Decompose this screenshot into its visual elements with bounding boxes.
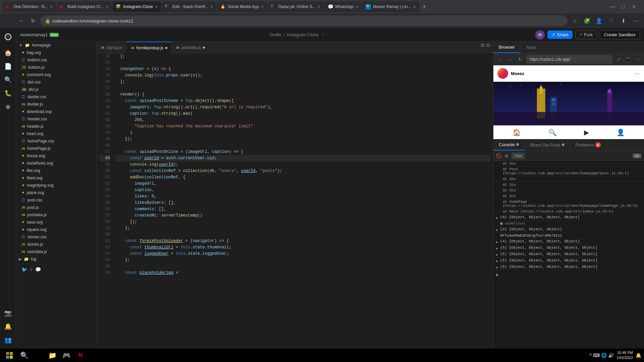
tab-stack-overflow[interactable]: S Edit - Stack Overfl... × — [162, 1, 216, 12]
clear-console-icon[interactable]: 🚫 — [496, 153, 502, 159]
fork-button[interactable]: ⑂ Fork — [575, 30, 597, 39]
file-item-bottom-css[interactable]: 🗒 bottom.css — [16, 56, 96, 64]
file-item-header-css[interactable]: 🗒 header.css — [16, 115, 96, 123]
file-item-post-css[interactable]: 🗒 post.css — [16, 196, 96, 204]
tab-postdata-js[interactable]: JS postdata.js — [172, 42, 209, 53]
sidebar-icon-debug[interactable]: 🐛 — [2, 87, 14, 99]
file-item-divi-css[interactable]: 🗒 divi.css — [16, 78, 96, 86]
console-filter-input[interactable]: Filter — [512, 153, 525, 159]
file-item-divider-css[interactable]: 🗒 divider.css — [16, 93, 96, 101]
csb-logo[interactable] — [2, 31, 14, 43]
file-item-magnifying-svg[interactable]: ✦ magnifying.svg — [16, 182, 96, 189]
taskbar-volume-icon[interactable]: 🔊 — [608, 353, 614, 358]
file-item-postdata-js[interactable]: JS postdata.js — [16, 211, 96, 219]
twitter-icon[interactable]: 🐦 — [21, 267, 27, 272]
tab-signup-js[interactable]: JS signup.js — [97, 42, 126, 53]
preview-reload-button[interactable]: ↻ — [516, 55, 524, 63]
preview-forward-button[interactable]: → — [506, 55, 514, 63]
tab-daraz[interactable]: D Daraz.pk: Online S... × — [268, 1, 324, 12]
editor-content[interactable]: 32333435 36373839 40414243 44454647 48 4… — [97, 53, 493, 355]
extension-icon[interactable]: 🧩 — [582, 16, 592, 25]
sidebar-icon-notification[interactable]: 🔔 — [2, 320, 14, 333]
taskbar-network-icon[interactable]: 🌐 — [601, 353, 607, 358]
sidebar-icon-file[interactable]: 📄 — [2, 60, 14, 72]
console-line-expandable-2[interactable]: ▶ (3) [Object, Object, Object] — [493, 227, 644, 233]
close-window-button[interactable]: ✕ — [629, 2, 639, 11]
file-item-bag-svg[interactable]: ✦ bag.svg — [16, 49, 96, 56]
console-line-expandable-5[interactable]: ▶ (5) [Object, Object, Object, Object, O… — [493, 251, 644, 258]
new-tab-button[interactable]: + — [420, 2, 429, 12]
ig-profile-icon[interactable]: 👤 — [616, 128, 625, 136]
split-editor-icon[interactable]: ⊞ — [481, 42, 485, 48]
tab-close-2[interactable]: × — [106, 4, 108, 9]
taskbar-search[interactable]: 🔍 — [18, 349, 30, 361]
file-item-house-svg[interactable]: ✦ house.svg — [16, 152, 96, 160]
tab-formikpostup-js[interactable]: JS formikpostup.js — [126, 42, 172, 53]
console-line-expandable-7[interactable]: ▶ (5) [Object, Object, Object, Object, O… — [493, 264, 644, 270]
console-settings-icon[interactable]: ⚙ — [504, 153, 509, 159]
breadcrumb-project[interactable]: Instagram-Clone — [286, 32, 319, 37]
code-content[interactable]: }; changeUser = (x) => { console.log(thi… — [113, 53, 493, 355]
forward-button[interactable]: → — [16, 16, 25, 25]
console-line-expandable-1[interactable]: ▶ (4) [Object, Object, Object, Object] — [493, 215, 644, 221]
console-line-expandable-4[interactable]: ▶ (5) [Object, Object, Object, Object, O… — [493, 245, 644, 251]
file-item-plane-svg[interactable]: ✦ plane.svg — [16, 189, 96, 196]
folder-homepage[interactable]: ▼ 📁 homepage — [16, 42, 96, 49]
tab-social-media[interactable]: 🔥 Social Media App × — [217, 1, 267, 12]
console-level-all[interactable]: All — [633, 154, 641, 158]
profile-icon[interactable]: 👤 — [594, 16, 604, 25]
tab-instagram-clone[interactable]: 📦 Instagram-Clone × — [112, 1, 161, 12]
preview-back-button[interactable]: ← — [496, 55, 504, 63]
more-options-icon[interactable]: ⋯ — [491, 42, 493, 48]
share-button[interactable]: ↗ Share — [547, 31, 573, 39]
file-item-homepage-js[interactable]: JS homePage.js — [16, 145, 96, 152]
tab-close-7[interactable]: × — [356, 4, 358, 9]
start-button[interactable] — [3, 350, 16, 361]
file-item-comment-svg[interactable]: ✦ comment.svg — [16, 71, 96, 78]
file-item-square-svg[interactable]: ✦ square.svg — [16, 226, 96, 233]
sidebar-icon-home[interactable]: 🏠 — [2, 47, 14, 59]
taskbar-steam[interactable]: 🎮 — [60, 349, 72, 361]
file-item-stories-css[interactable]: 🗒 stories.css — [16, 233, 96, 241]
taskbar-chevron-icon[interactable]: ^ — [589, 353, 592, 358]
taskbar-widgets[interactable]: 🗂 — [32, 349, 44, 361]
file-item-liked-svg[interactable]: ✦ liked.svg — [16, 174, 96, 182]
address-bar[interactable]: 🔒 codesandbox.io/s/instagram-clone-cxzkz… — [40, 15, 568, 26]
taskbar-netflix[interactable]: N — [74, 349, 87, 361]
tab-close-6[interactable]: × — [318, 4, 320, 9]
tab-close-4[interactable]: × — [210, 4, 213, 9]
file-item-download-svg[interactable]: ✦ download.svg — [16, 108, 96, 115]
tab-close-8[interactable]: × — [413, 4, 416, 9]
tab-react-devtools[interactable]: React DevTools — [525, 139, 570, 150]
sidebar-icon-social[interactable]: 👥 — [2, 334, 14, 346]
console-line-expandable-6[interactable]: ▶ (5) [Object, Object, Object, Object, O… — [493, 258, 644, 264]
preview-url-field[interactable]: https://cxzkz1.csb.app/ — [526, 55, 612, 64]
file-item-divi-js[interactable]: JS divi.js — [16, 86, 96, 93]
sidebar-icon-search[interactable]: 🔍 — [2, 74, 14, 86]
file-item-divider-js[interactable]: JS divider.js — [16, 101, 96, 108]
taskbar-explorer[interactable]: 📁 — [46, 349, 58, 361]
ig-reels-icon[interactable]: ▶ — [584, 128, 589, 136]
tab-build-instagram[interactable]: ▶ Build Instagram Cl... × — [57, 1, 112, 12]
console-line-expandable-3[interactable]: ▶ (4) [Object, Object, Object, Object] — [493, 239, 644, 245]
taskbar-clock[interactable]: 10:48 PM 10/3/2022 — [616, 350, 633, 361]
tab-close-3[interactable]: × — [155, 4, 158, 9]
sidebar-icon-circle[interactable]: ◉ — [2, 101, 14, 113]
file-item-userdata-js[interactable]: JS userdata.js — [16, 248, 96, 255]
preview-expand-icon[interactable]: ⤢ — [614, 55, 623, 63]
file-item-bottom-js[interactable]: JS bottom.js — [16, 64, 96, 71]
preview-more-icon[interactable]: ⋯ — [633, 55, 641, 63]
bookmark-star-icon[interactable]: ☆ — [570, 16, 580, 25]
discord-icon[interactable]: 💬 — [35, 267, 41, 272]
back-button[interactable]: ← — [4, 16, 13, 25]
tab-close-1[interactable]: × — [50, 4, 53, 9]
create-sandbox-button[interactable]: Create Sandbox — [600, 30, 640, 39]
tab-console[interactable]: Console — [493, 139, 525, 150]
reload-button[interactable]: ↻ — [28, 16, 38, 25]
console-output[interactable]: at div at Post (https://cxzkz1.csb.app/s… — [493, 161, 644, 355]
tab-linkedin[interactable]: in Moeez Ramay | Lin... × — [362, 1, 419, 12]
sidebar-icon-instagram[interactable]: 📷 — [2, 307, 14, 319]
ig-home-icon[interactable]: 🏠 — [513, 128, 521, 136]
collapse-icon[interactable]: ⊟ — [486, 42, 490, 48]
preview-phone-icon[interactable]: 📱 — [624, 55, 632, 63]
